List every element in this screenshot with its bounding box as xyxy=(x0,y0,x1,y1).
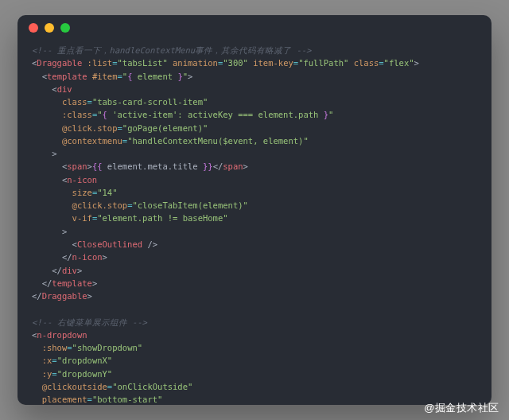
code-block: <!-- 重点看一下，handleContextMenu事件，其余代码有略减了 … xyxy=(17,41,492,405)
close-icon[interactable] xyxy=(29,23,38,33)
code-line xyxy=(32,302,477,315)
code-line: </Draggable> xyxy=(32,290,477,302)
watermark: @掘金技术社区 xyxy=(424,401,499,415)
code-line: <n-icon xyxy=(32,173,477,186)
code-line: @clickoutside="onClickOutside" xyxy=(32,380,477,393)
code-line: <Draggable :list="tabsList" animation="3… xyxy=(32,56,477,69)
code-line: </n-icon> xyxy=(32,251,477,263)
code-line: </template> xyxy=(32,277,477,290)
code-window: <!-- 重点看一下，handleContextMenu事件，其余代码有略减了 … xyxy=(17,15,492,405)
code-line: :x="dropdownX" xyxy=(32,354,477,367)
code-line: <!-- 重点看一下，handleContextMenu事件，其余代码有略减了 … xyxy=(32,44,477,56)
code-line: </div> xyxy=(32,264,477,277)
code-line: <CloseOutlined /> xyxy=(32,238,477,251)
titlebar xyxy=(17,15,492,41)
code-line: @contextmenu="handleContextMenu($event, … xyxy=(32,134,477,147)
minimize-icon[interactable] xyxy=(45,23,54,33)
code-line: size="14" xyxy=(32,186,477,199)
code-line: :y="dropdownY" xyxy=(32,368,477,380)
code-line: <div xyxy=(32,83,477,95)
code-line: <template #item="{ element }"> xyxy=(32,70,477,83)
code-line: @click.stop="closeTabItem(element)" xyxy=(32,199,477,212)
code-line: @click.stop="goPage(element)" xyxy=(32,122,477,134)
code-line: :show="showDropdown" xyxy=(32,341,477,354)
code-line: v-if="element.path != baseHome" xyxy=(32,212,477,224)
code-line: > xyxy=(32,147,477,160)
code-line: <!-- 右键菜单展示组件 --> xyxy=(32,316,477,329)
code-line: <span>{{ element.meta.title }}</span> xyxy=(32,160,477,173)
code-line: placement="bottom-start" xyxy=(32,393,477,405)
code-line: <n-dropdown xyxy=(32,329,477,341)
code-line: class="tabs-card-scroll-item" xyxy=(32,95,477,108)
code-line: > xyxy=(32,225,477,238)
code-line: :class="{ 'active-item': activeKey === e… xyxy=(32,108,477,121)
maximize-icon[interactable] xyxy=(60,23,70,33)
